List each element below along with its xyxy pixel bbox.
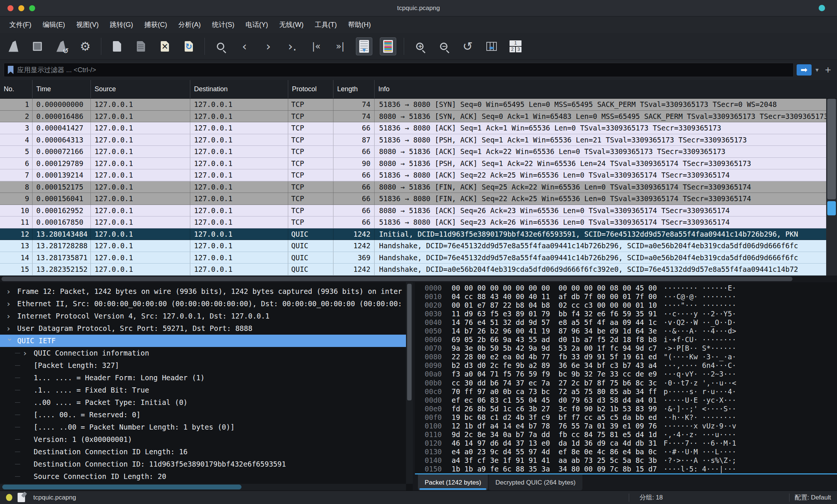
hex-ascii[interactable]: ···,···· 6n4···C· [664,361,736,369]
hex-ascii[interactable]: ···C@·@· ········ [664,292,736,301]
packet-list-horizontal-scrollbar[interactable] [0,276,837,282]
packet-row[interactable]: 30.000041427127.0.0.1127.0.0.1TCP6651836… [0,122,826,134]
packet-row[interactable]: 10.000000000127.0.0.1127.0.0.1TCP7451836… [0,99,826,111]
hex-bytes[interactable]: 46 14 97 d6 d4 37 13 e0 da 1d 36 d9 ca 4… [452,439,657,447]
packet-row[interactable]: 20.000016486127.0.0.1127.0.0.1TCP748080 … [0,111,826,123]
start-capture-button[interactable] [5,37,22,55]
last-packet-button[interactable]: »| [332,37,348,55]
capture-comment-icon[interactable] [18,493,25,502]
hex-bytes[interactable]: e4 a0 23 9c d4 55 97 4d ef 8e 0e 4c 86 e… [452,448,657,456]
tab-decrypted-quic[interactable]: Decrypted QUIC (264 bytes) [489,474,582,491]
packet-row[interactable]: 1313.281728288127.0.0.1127.0.0.1QUIC1242… [0,240,826,252]
column-header-info[interactable]: Info [375,80,837,98]
hex-ascii[interactable]: ··h··K?· ········ [664,413,736,421]
hex-row[interactable]: 00a0f3 a0 04 71 f5 76 59 f9 bc 9b 32 7e … [415,370,837,378]
go-forward-button[interactable]: › [260,37,277,55]
reload-file-button[interactable]: ↻ [181,37,197,55]
hex-bytes[interactable]: 70 ff 97 a0 0b ca 73 bc 72 a5 75 80 85 a… [452,387,657,396]
tree-item[interactable]: Destination Connection ID Length: 16 [0,446,406,458]
hex-ascii[interactable]: ···q·vY· ··2~3··· [664,370,736,378]
column-header-destination[interactable]: Destination [190,80,288,98]
hex-bytes[interactable]: 00 01 e7 87 22 b8 04 b8 02 cc c3 00 00 0… [452,301,657,309]
packet-row[interactable]: 100.000162952127.0.0.1127.0.0.1TCP668080… [0,205,826,217]
packet-row[interactable]: 110.000167850127.0.0.1127.0.0.1TCP665183… [0,216,826,228]
restart-capture-button[interactable]: ↺ [53,37,70,55]
go-back-button[interactable]: ‹ [236,37,253,55]
hex-row[interactable]: 010012 1b df a4 14 e4 b7 78 76 55 7a 01 … [415,422,837,430]
menu-item[interactable]: 工具(T) [309,18,342,31]
tree-item[interactable]: [.... ..00 = Packet Number Length: 1 byt… [0,421,406,433]
column-header-protocol[interactable]: Protocol [288,80,333,98]
minimize-window-button[interactable] [18,5,24,11]
details-vertical-scrollbar[interactable] [406,282,413,484]
hex-row[interactable]: 006069 05 2b 66 9a 43 55 ad d0 1b a7 f5 … [415,335,837,344]
tab-packet-bytes[interactable]: Packet (1242 bytes) [418,474,488,491]
expert-info-icon[interactable] [6,494,12,501]
hex-row[interactable]: 002000 01 e7 87 22 b8 04 b8 02 cc c3 00 … [415,301,837,310]
expander-icon[interactable]: › [6,298,13,310]
hex-bytes[interactable]: f3 a0 04 71 f5 76 59 f9 bc 9b 32 7e 33 c… [452,370,657,378]
hex-row[interactable]: 00e0fd 26 8b 5d 1c c6 3b 27 3c f0 90 b2 … [415,405,837,413]
hex-ascii[interactable]: p·····s· r·u···4· [664,387,736,396]
menu-item[interactable]: 帮助(H) [342,18,376,31]
normal-size-button[interactable]: ↺ [459,37,476,55]
hex-bytes[interactable]: 1b 1b a9 fe 6c 88 35 3a 34 80 00 09 7c 8… [452,465,657,473]
hex-bytes[interactable]: a4 3f cf 3e 1f 91 91 41 aa ab 73 25 5c 5… [452,456,657,464]
packet-list-vertical-scrollbar[interactable] [826,99,837,276]
hex-ascii[interactable]: ·····U·E ·yc·X··· [664,396,736,404]
hex-ascii[interactable]: ·&·]··;' <····S·· [664,405,736,413]
tree-item[interactable]: ›Internet Protocol Version 4, Src: 127.0… [0,310,406,322]
packet-row[interactable]: 1413.281735871127.0.0.1127.0.0.1QUIC369H… [0,252,826,264]
open-file-button[interactable] [109,37,125,55]
display-filter-input[interactable]: 应用显示过滤器 ... <Ctrl-/> [4,63,794,77]
save-file-button[interactable] [133,37,149,55]
packet-row[interactable]: 40.000064313127.0.0.1127.0.0.1TCP8751836… [0,134,826,146]
hex-row[interactable]: 0140a4 3f cf 3e 1f 91 91 41 aa ab 73 25 … [415,456,837,465]
packet-row[interactable]: 50.000072166127.0.0.1127.0.0.1TCP668080 … [0,146,826,158]
scrollbar-thumb[interactable] [1,277,793,281]
expander-icon[interactable]: › [4,337,16,344]
packet-row[interactable]: 1513.282352152127.0.0.1127.0.0.1QUIC1242… [0,264,826,276]
tree-item[interactable]: ›User Datagram Protocol, Src Port: 59271… [0,322,406,335]
tree-item[interactable]: Source Connection ID Length: 20 [0,470,406,483]
hex-ascii[interactable]: ·>·P[B·· S*······ [664,344,736,352]
hex-row[interactable]: 01109d 2c 8e 34 0a b7 7a dd fb cc 84 75 … [415,430,837,439]
hex-ascii[interactable]: ·0··t7·z ',··u··< [664,379,736,387]
hex-row[interactable]: 00d0ef ec 06 83 c1 55 04 45 d0 79 63 d3 … [415,396,837,405]
menu-item[interactable]: 视图(V) [71,18,104,31]
details-horizontal-scrollbar[interactable] [0,484,406,491]
scrollbar-thumb[interactable] [827,99,836,199]
hex-row[interactable]: 012046 14 97 d6 d4 37 13 e0 da 1d 36 d9 … [415,439,837,448]
hex-bytes[interactable]: 14 b7 26 b2 96 00 41 19 87 96 34 be d9 1… [452,327,657,335]
packet-row[interactable]: 80.000152175127.0.0.1127.0.0.1TCP668080 … [0,181,826,193]
hex-bytes[interactable]: 04 cc 88 43 40 00 40 11 af db 7f 00 00 0… [452,292,657,301]
filter-dropdown-caret-icon[interactable]: ▼ [815,67,820,73]
hex-bytes[interactable]: 14 76 e4 51 32 dd 9d 57 e8 a5 5f 4f aa 0… [452,318,657,326]
packet-row[interactable]: 1213.280143484127.0.0.1127.0.0.1QUIC1242… [0,228,826,240]
close-file-button[interactable]: ✕ [157,37,173,55]
tree-item[interactable]: ›QUIC IETF [0,335,406,347]
tree-item[interactable]: [Packet Length: 327] [0,359,406,372]
hex-bytes[interactable]: 69 05 2b 66 9a 43 55 ad d0 1b a7 f5 2d 1… [452,335,657,344]
hex-bytes[interactable]: ef ec 06 83 c1 55 04 45 d0 79 63 d3 58 d… [452,396,657,404]
tree-item[interactable]: .1.. .... = Fixed Bit: True [0,384,406,396]
menu-item[interactable]: 统计(S) [206,18,240,31]
hex-bytes[interactable]: 00 00 00 00 00 00 00 00 00 00 00 00 08 0… [452,284,657,292]
hex-bytes[interactable]: cc 30 dd b6 74 37 ec 7a 27 2c b7 8f 75 b… [452,379,657,387]
hex-row[interactable]: 00709a 3e 0b 50 5b 42 9a 9d 53 2a 00 1f … [415,344,837,353]
menu-item[interactable]: 电话(Y) [240,18,274,31]
zoom-out-button[interactable]: − [436,37,452,55]
hex-bytes[interactable]: 22 28 00 e2 ea 0d 4b 77 fb 33 d9 91 5f 1… [452,353,657,361]
bookmark-icon[interactable] [8,66,13,74]
hex-ascii[interactable]: i·+f·CU· ····-··· [664,335,736,344]
tree-item[interactable]: ›Frame 12: Packet, 1242 bytes on wire (9… [0,285,406,298]
tree-item[interactable]: 1... .... = Header Form: Long Header (1) [0,372,406,384]
hex-ascii[interactable]: "(····Kw ·3··_·a· [664,353,736,361]
menu-item[interactable]: 捕获(C) [139,18,173,31]
menu-item[interactable]: 编辑(E) [37,18,71,31]
hex-row[interactable]: 005014 b7 26 b2 96 00 41 19 87 96 34 be … [415,327,837,335]
packet-row[interactable]: 60.000129789127.0.0.1127.0.0.1TCP908080 … [0,158,826,170]
hex-row[interactable]: 008022 28 00 e2 ea 0d 4b 77 fb 33 d9 91 … [415,353,837,361]
find-packet-button[interactable] [212,37,229,55]
hex-row[interactable]: 00f019 bc 68 c1 d2 4b 3f c9 bf f7 cc a5 … [415,413,837,422]
